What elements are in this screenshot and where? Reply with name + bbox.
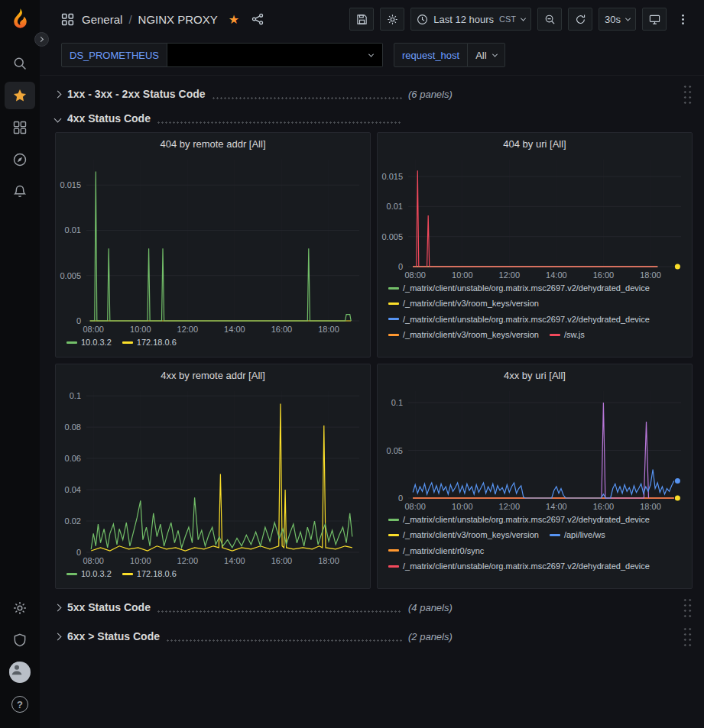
svg-text:0.08: 0.08 (65, 422, 81, 432)
svg-text:08:00: 08:00 (404, 270, 426, 280)
sidebar-item-server-admin[interactable] (5, 626, 35, 654)
row-4xx[interactable]: 4xx Status Code (55, 108, 693, 129)
row-5xx[interactable]: 5xx Status Code (4 panels) (55, 597, 693, 618)
legend-item[interactable]: /sw.js (550, 329, 585, 340)
legend-item[interactable]: 10.0.3.2 (67, 337, 112, 348)
legend-color-line (122, 341, 133, 344)
svg-text:10:00: 10:00 (452, 502, 473, 511)
favorite-star-icon[interactable]: ★ (229, 12, 239, 27)
sidebar-item-dashboards[interactable] (5, 114, 35, 141)
refresh-button[interactable] (568, 8, 592, 31)
panel-title[interactable]: 4xx by remote addr [All] (56, 364, 370, 386)
svg-text:14:00: 14:00 (546, 502, 567, 511)
panel-404-by-remote-addr: 404 by remote addr [All] 00.0050.010.015… (55, 132, 371, 358)
share-icon[interactable] (251, 13, 264, 25)
drag-handle-dots[interactable] (683, 597, 693, 618)
svg-text:10:00: 10:00 (130, 556, 151, 565)
drag-handle-dots[interactable] (683, 84, 693, 105)
sidebar-item-explore[interactable] (5, 146, 35, 173)
refresh-icon (575, 14, 586, 25)
legend-label: 172.18.0.6 (137, 568, 177, 579)
request-host-variable-label[interactable]: request_host (394, 43, 468, 67)
legend-item[interactable]: 10.0.3.2 (67, 568, 112, 579)
timeseries-chart-4xx-uri[interactable]: 00.050.108:0010:0012:0014:0016:0018:00 (378, 386, 692, 512)
legend-item[interactable]: /_matrix/client/v3/room_keys/version (388, 329, 539, 340)
datasource-variable-label[interactable]: DS_PROMETHEUS (61, 43, 167, 67)
panel-title[interactable]: 404 by remote addr [All] (56, 133, 370, 154)
legend-item[interactable]: /_matrix/client/unstable/org.matrix.msc2… (388, 561, 650, 571)
grafana-logo[interactable] (8, 7, 33, 32)
request-host-value-select[interactable]: All (468, 43, 504, 67)
svg-text:08:00: 08:00 (83, 325, 104, 334)
dashboard-settings-button[interactable] (380, 8, 404, 31)
drag-handle-dots[interactable] (683, 626, 693, 647)
legend-item[interactable]: /_matrix/client/unstable/org.matrix.msc2… (388, 314, 650, 325)
zoom-out-time-button[interactable] (537, 8, 562, 31)
legend-item[interactable]: /_matrix/client/unstable/org.matrix.msc2… (388, 283, 650, 293)
svg-text:18:00: 18:00 (318, 325, 339, 334)
row-title-group: 6xx > Status Code (55, 630, 408, 642)
refresh-interval-dropdown[interactable]: 30s (599, 8, 636, 31)
row-6xx[interactable]: 6xx > Status Code (2 panels) (55, 626, 693, 647)
legend-item[interactable]: 172.18.0.6 (122, 337, 177, 348)
legend-label: /_matrix/client/unstable/org.matrix.msc2… (403, 314, 650, 325)
sidebar-expand-chevron[interactable] (34, 32, 49, 47)
save-dashboard-button[interactable] (349, 8, 374, 31)
question-icon: ? (11, 696, 28, 713)
breadcrumb-dashboard-title[interactable]: NGINX PROXY (138, 13, 218, 26)
row-title[interactable]: 6xx > Status Code (67, 630, 160, 642)
svg-text:14:00: 14:00 (224, 556, 245, 565)
sidebar: ? (0, 0, 40, 728)
legend-item[interactable]: 172.18.0.6 (122, 568, 177, 579)
panel-title[interactable]: 404 by uri [All] (378, 133, 692, 154)
panel-count: (6 panels) (408, 89, 453, 100)
sidebar-item-alerting[interactable] (5, 178, 35, 205)
row-4xx-panels: 404 by remote addr [All] 00.0050.010.015… (55, 132, 693, 589)
kebab-menu-button[interactable] (673, 8, 693, 31)
time-range-picker[interactable]: Last 12 hours CST (410, 8, 531, 31)
legend-item[interactable]: /_matrix/client/v3/room_keys/version (388, 298, 539, 309)
request-host-value: All (475, 50, 486, 61)
apps-grid-icon[interactable] (61, 13, 74, 26)
chart-legend: 10.0.3.2172.18.0.6 (56, 566, 370, 579)
row-title[interactable]: 1xx - 3xx - 2xx Status Code (67, 88, 206, 100)
svg-text:0.015: 0.015 (381, 172, 403, 181)
legend-item[interactable]: /_matrix/client/r0/sync (388, 545, 484, 556)
svg-text:12:00: 12:00 (177, 556, 199, 565)
legend-item[interactable]: /_matrix/client/v3/room_keys/version (388, 529, 539, 540)
sidebar-item-profile[interactable] (5, 658, 35, 686)
chart-legend: 10.0.3.2172.18.0.6 (56, 335, 370, 348)
svg-text:16:00: 16:00 (593, 502, 615, 511)
cycle-view-mode-button[interactable] (642, 8, 667, 31)
dotted-leader (166, 639, 402, 642)
star-icon (12, 88, 28, 103)
row-title[interactable]: 4xx Status Code (67, 112, 151, 125)
timeseries-chart-404-uri[interactable]: 00.0050.010.01508:0010:0012:0014:0016:00… (378, 154, 692, 280)
datasource-value-select[interactable] (167, 43, 383, 67)
breadcrumb-folder[interactable]: General (82, 13, 122, 26)
svg-text:0.1: 0.1 (391, 398, 403, 407)
sidebar-item-help[interactable]: ? (5, 691, 35, 718)
row-title[interactable]: 5xx Status Code (67, 601, 151, 613)
timeseries-chart-4xx-remote-addr[interactable]: 00.020.040.060.080.108:0010:0012:0014:00… (56, 386, 370, 566)
legend-label: /sw.js (564, 329, 585, 340)
legend-item[interactable]: /_matrix/client/unstable/org.matrix.msc2… (388, 514, 650, 525)
dashboard-body: 1xx - 3xx - 2xx Status Code (6 panels) 4… (40, 76, 704, 728)
sidebar-item-starred[interactable] (5, 82, 35, 109)
sidebar-item-configuration[interactable] (5, 594, 35, 622)
panel-4xx-by-remote-addr: 4xx by remote addr [All] 00.020.040.060.… (55, 364, 371, 589)
zoom-out-icon (544, 14, 556, 25)
monitor-icon (649, 14, 660, 25)
svg-text:18:00: 18:00 (640, 502, 661, 511)
refresh-interval-label: 30s (605, 14, 621, 25)
dashboard-header: General / NGINX PROXY ★ Last 12 hours CS… (40, 0, 704, 38)
panel-title[interactable]: 4xx by uri [All] (378, 364, 692, 386)
row-1xx-3xx-2xx[interactable]: 1xx - 3xx - 2xx Status Code (6 panels) (55, 83, 693, 105)
legend-label: 10.0.3.2 (81, 568, 112, 579)
legend-item[interactable]: /api/live/ws (550, 529, 605, 540)
sidebar-item-search[interactable] (5, 50, 35, 77)
timeseries-chart-404-remote-addr[interactable]: 00.0050.010.01508:0010:0012:0014:0016:00… (56, 154, 370, 335)
svg-text:12:00: 12:00 (499, 502, 521, 511)
avatar (9, 662, 31, 683)
dotted-leader (157, 121, 402, 124)
